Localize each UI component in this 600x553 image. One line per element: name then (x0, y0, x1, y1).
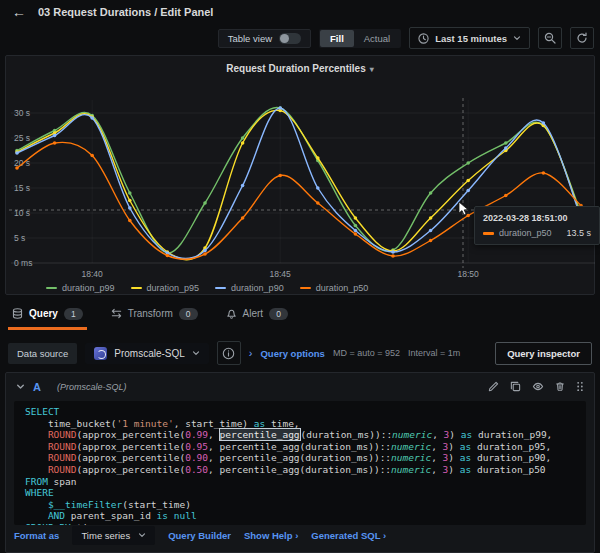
svg-text:30 s: 30 s (14, 108, 30, 118)
tab-query[interactable]: Query 1 (8, 300, 87, 330)
hide-query-button[interactable] (532, 381, 544, 392)
svg-text:18:50: 18:50 (458, 269, 480, 279)
sql-editor[interactable]: SELECT time_bucket('1 minute', start_tim… (14, 401, 586, 525)
tooltip-value: 13.5 s (566, 228, 591, 238)
tab-alert[interactable]: Alert 0 (222, 300, 292, 330)
legend-item[interactable]: duration_p90 (215, 283, 284, 293)
database-icon (12, 308, 23, 319)
top-header: ← 03 Request Durations / Edit Panel (0, 0, 600, 24)
eye-icon (532, 381, 544, 392)
svg-text:18:45: 18:45 (270, 269, 292, 279)
interval-value: Interval = 1m (408, 348, 460, 358)
tooltip-timestamp: 2022-03-28 18:51:00 (483, 213, 591, 223)
chart-panel: Request Duration Percentiles▾ 0 ms5 s10 … (5, 55, 595, 295)
duplicate-query-button[interactable] (510, 381, 521, 392)
datasource-row: Data source Promscale-SQL › Query option… (8, 340, 592, 366)
query-options-link[interactable]: Query options (260, 348, 324, 359)
tab-query-label: Query (29, 308, 58, 319)
fill-actual-group: Fill Actual (319, 29, 401, 48)
query-datasource-hint: (Promscale-SQL) (57, 382, 127, 392)
chevron-down-icon (138, 531, 146, 539)
collapse-chevron-icon[interactable] (16, 382, 25, 391)
show-help-link[interactable]: Show Help › (244, 530, 298, 541)
svg-text:0 ms: 0 ms (14, 258, 32, 268)
chevron-down-icon: ▾ (370, 65, 374, 74)
chart-tooltip: 2022-03-28 18:51:00 duration_p50 13.5 s (474, 206, 600, 245)
page-title: 03 Request Durations / Edit Panel (38, 6, 213, 18)
pencil-icon (488, 381, 499, 392)
bell-icon (226, 308, 237, 319)
query-editor-card: A (Promscale-SQL) SELECT time_bucket('1 … (5, 372, 595, 553)
chevron-right-icon: › (249, 347, 253, 359)
svg-text:18:40: 18:40 (82, 269, 104, 279)
table-view-toggle[interactable]: Table view (218, 29, 311, 48)
trash-icon (555, 381, 565, 392)
refresh-icon (576, 32, 588, 44)
tab-alert-count: 0 (269, 308, 288, 320)
format-as-label: Format as (14, 530, 59, 541)
query-ref-id[interactable]: A (33, 381, 41, 393)
datasource-label: Data source (8, 343, 77, 364)
table-view-switch[interactable] (279, 33, 301, 44)
query-editor-footer: Format as Time series Query Builder Show… (14, 523, 586, 547)
max-data-points: MD = auto = 952 (333, 348, 400, 358)
timeseries-chart[interactable]: 0 ms5 s10 s15 s20 s25 s30 s18:4018:4518:… (9, 90, 597, 290)
svg-text:25 s: 25 s (14, 133, 30, 143)
query-builder-link[interactable]: Query Builder (168, 530, 231, 541)
drag-handle[interactable] (576, 381, 584, 392)
tab-transform[interactable]: Transform 0 (107, 300, 202, 330)
legend-item[interactable]: duration_p99 (46, 283, 115, 293)
svg-text:15 s: 15 s (14, 183, 30, 193)
legend-item[interactable]: duration_p95 (131, 283, 200, 293)
chevron-down-icon (192, 349, 200, 357)
datasource-name: Promscale-SQL (114, 348, 185, 359)
svg-text:5 s: 5 s (14, 233, 25, 243)
promscale-logo-icon (94, 347, 107, 360)
back-arrow-icon[interactable]: ← (12, 5, 26, 19)
query-editor-header: A (Promscale-SQL) (6, 373, 594, 400)
clock-icon (418, 33, 429, 44)
zoom-out-button[interactable] (538, 27, 562, 49)
copy-icon (510, 381, 521, 392)
zoom-out-icon (544, 32, 556, 44)
chevron-down-icon (513, 34, 521, 42)
datasource-help-button[interactable] (217, 341, 241, 365)
fill-button[interactable]: Fill (320, 30, 354, 47)
tab-transform-label: Transform (128, 308, 173, 319)
table-view-label: Table view (228, 33, 272, 44)
datasource-picker[interactable]: Promscale-SQL (85, 343, 209, 364)
refresh-button[interactable] (570, 27, 594, 49)
generated-sql-link[interactable]: Generated SQL › (311, 530, 386, 541)
panel-toolbar: Table view Fill Actual Last 15 minutes (218, 27, 594, 49)
actual-button[interactable]: Actual (354, 30, 400, 47)
tab-alert-label: Alert (243, 308, 264, 319)
remove-query-button[interactable] (555, 381, 565, 392)
time-range-picker[interactable]: Last 15 minutes (409, 27, 530, 49)
chart-panel-title[interactable]: Request Duration Percentiles▾ (6, 63, 594, 74)
query-inspector-button[interactable]: Query inspector (495, 342, 592, 365)
tooltip-series-name: duration_p50 (499, 228, 552, 238)
tab-transform-count: 0 (179, 308, 198, 320)
edit-query-button[interactable] (488, 381, 499, 392)
tab-query-count: 1 (64, 308, 83, 320)
transform-icon (111, 308, 122, 319)
format-select[interactable]: Time series (72, 526, 155, 545)
chart-legend: duration_p99duration_p95duration_p90dura… (46, 283, 368, 293)
time-range-label: Last 15 minutes (435, 33, 507, 44)
editor-tabs: Query 1 Transform 0 Alert 0 (8, 300, 592, 330)
info-circle-icon (222, 347, 235, 360)
tooltip-swatch (483, 232, 494, 235)
legend-item[interactable]: duration_p50 (300, 283, 369, 293)
